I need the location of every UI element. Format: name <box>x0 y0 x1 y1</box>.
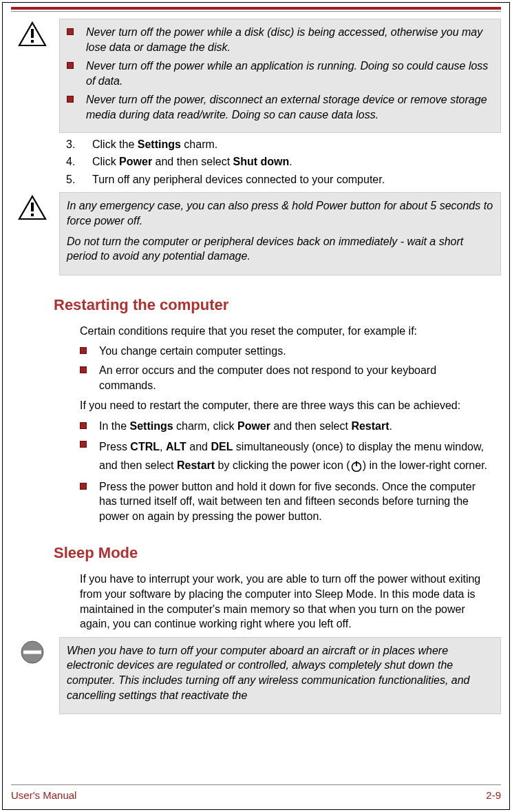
notice-icon-column <box>11 19 54 133</box>
warning-triangle-icon <box>18 21 47 48</box>
restart-ways-bullets: In the Settings charm, click Power and t… <box>80 419 495 524</box>
text-frag: , <box>160 441 166 452</box>
notice-paragraph: Do not turn the computer or peripheral d… <box>67 234 493 264</box>
bold-text: Restart <box>177 459 215 471</box>
svg-rect-1 <box>31 29 34 38</box>
warning-bullet: Never turn off the power while an applic… <box>67 59 493 88</box>
svg-rect-9 <box>23 650 41 654</box>
footer-page-number: 2-9 <box>486 789 501 801</box>
bold-text: Settings <box>138 138 181 150</box>
text-frag: Press <box>99 441 130 452</box>
prohibition-notice: When you have to turn off your computer … <box>11 637 501 714</box>
step-text: Click the Settings charm. <box>92 137 217 152</box>
numbered-steps: 3. Click the Settings charm. 4. Click Po… <box>66 137 501 187</box>
text-frag: ) in the lower-right corner. <box>363 459 487 471</box>
heading-restarting: Restarting the computer <box>54 296 501 314</box>
bullet-square-icon <box>80 483 87 490</box>
text-frag: . <box>390 420 392 432</box>
warning-notice-2: In any emergency case, you can also pres… <box>11 192 501 275</box>
no-entry-icon <box>20 640 45 665</box>
warning-bullet: Never turn off the power, disconnect an … <box>67 92 493 122</box>
bold-text: Settings <box>129 420 173 432</box>
bold-text: Shut down <box>233 156 290 167</box>
bullet-square-icon <box>67 96 74 103</box>
warning-triangle-icon <box>18 195 47 221</box>
step-text: Click Power and then select Shut down. <box>92 154 292 169</box>
heading-sleep-mode: Sleep Mode <box>54 544 501 562</box>
top-rule-thin <box>11 11 501 12</box>
step-number: 3. <box>66 137 80 152</box>
body-paragraph: Certain conditions require that you rese… <box>80 324 495 339</box>
bullet-text: Never turn off the power while an applic… <box>86 59 493 88</box>
notice-paragraph: When you have to turn off your computer … <box>67 643 493 702</box>
bullet-text: Never turn off the power, disconnect an … <box>86 92 493 122</box>
bullet-square-icon <box>80 347 87 354</box>
step-4: 4. Click Power and then select Shut down… <box>66 154 501 169</box>
bullet-text: In the Settings charm, click Power and t… <box>99 419 495 434</box>
bold-text: ALT <box>166 441 186 452</box>
list-item: You change certain computer settings. <box>80 344 495 359</box>
list-item: In the Settings charm, click Power and t… <box>80 419 495 434</box>
power-icon <box>350 460 363 472</box>
list-item: An error occurs and the computer does no… <box>80 363 495 393</box>
bullet-square-icon <box>80 422 87 429</box>
top-rule-thick <box>11 7 501 10</box>
text-frag: and then select <box>270 420 351 432</box>
bullet-text: An error occurs and the computer does no… <box>99 363 495 393</box>
text-frag: Click the <box>92 138 138 150</box>
notice-body: In any emergency case, you can also pres… <box>59 192 501 275</box>
notice-paragraph: In any emergency case, you can also pres… <box>67 198 493 228</box>
text-frag: and then select <box>152 156 233 167</box>
body-paragraph: If you need to restart the computer, the… <box>80 398 495 413</box>
svg-rect-4 <box>31 202 34 211</box>
list-item: Press CTRL, ALT and DEL simultaneously (… <box>80 437 495 475</box>
bold-text: Power <box>237 420 270 432</box>
list-item: Press the power button and hold it down … <box>80 479 495 524</box>
bullet-square-icon <box>67 28 74 35</box>
step-number: 5. <box>66 172 80 187</box>
bold-text: Restart <box>351 420 389 432</box>
text-frag: Click <box>92 156 119 167</box>
step-text: Turn off any peripheral devices connecte… <box>92 172 385 187</box>
body-paragraph: If you have to interrupt your work, you … <box>80 572 495 631</box>
text-frag: charm. <box>181 138 217 150</box>
text-frag: In the <box>99 420 129 432</box>
bullet-text: You change certain computer settings. <box>99 344 495 359</box>
step-3: 3. Click the Settings charm. <box>66 137 501 152</box>
page-border: Never turn off the power while a disk (d… <box>2 2 510 810</box>
step-number: 4. <box>66 154 80 169</box>
bold-text: DEL <box>211 441 233 452</box>
bullet-square-icon <box>80 366 87 373</box>
notice-body: Never turn off the power while a disk (d… <box>59 19 501 133</box>
notice-body: When you have to turn off your computer … <box>59 637 501 714</box>
page-content: Never turn off the power while a disk (d… <box>3 3 509 784</box>
text-frag: . <box>289 156 292 167</box>
text-frag: by clicking the power icon ( <box>215 459 350 471</box>
warning-bullet-list: Never turn off the power while a disk (d… <box>67 25 493 123</box>
text-frag: charm, click <box>173 420 237 432</box>
bullet-text: Press the power button and hold it down … <box>99 479 495 524</box>
notice-icon-column <box>11 192 54 275</box>
bullet-square-icon <box>67 62 74 69</box>
step-5: 5. Turn off any peripheral devices conne… <box>66 172 501 187</box>
notice-icon-column <box>11 637 54 714</box>
warning-bullet: Never turn off the power while a disk (d… <box>67 25 493 54</box>
svg-rect-5 <box>31 214 34 216</box>
footer-left: User's Manual <box>11 789 76 801</box>
condition-bullets: You change certain computer settings. An… <box>80 344 495 393</box>
page-footer: User's Manual 2-9 <box>11 784 501 801</box>
svg-rect-2 <box>31 40 34 43</box>
bullet-text: Never turn off the power while a disk (d… <box>86 25 493 54</box>
bullet-square-icon <box>80 441 87 448</box>
bold-text: Power <box>119 156 152 167</box>
text-frag: and <box>186 441 211 452</box>
bold-text: CTRL <box>130 441 160 452</box>
warning-notice-1: Never turn off the power while a disk (d… <box>11 19 501 133</box>
bullet-text: Press CTRL, ALT and DEL simultaneously (… <box>99 437 495 475</box>
